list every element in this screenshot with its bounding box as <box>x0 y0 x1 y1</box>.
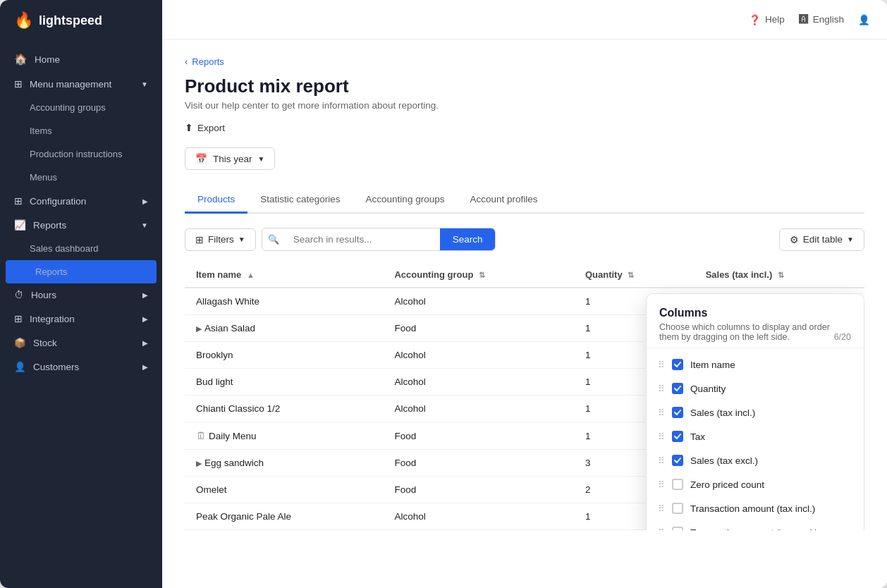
sidebar-item-production-instructions[interactable]: Production instructions <box>0 142 162 166</box>
column-checkbox[interactable] <box>672 407 683 418</box>
column-item[interactable]: ⠿ Transaction amount (tax incl.) <box>647 496 864 520</box>
cell-item-name: ▶Asian Salad <box>185 315 383 342</box>
drag-handle-icon: ⠿ <box>658 503 665 514</box>
filters-chevron-icon: ▼ <box>238 235 245 243</box>
sidebar-item-reports-group[interactable]: 📈 Reports ▼ <box>0 213 162 237</box>
sidebar-item-hours[interactable]: ⏱ Hours ▶ <box>0 283 162 307</box>
tabs: Products Statistic categories Accounting… <box>185 187 864 214</box>
column-checkbox[interactable] <box>672 431 683 442</box>
column-checkbox[interactable] <box>672 503 683 514</box>
col-item-name[interactable]: Item name ▲ <box>185 262 383 288</box>
breadcrumb[interactable]: ‹ Reports <box>185 56 864 67</box>
search-button[interactable]: Search <box>440 228 496 250</box>
sort-icon-acctg: ⇅ <box>479 271 485 279</box>
cell-item-name: Chianti Classico 1/2 <box>185 396 383 422</box>
chevron-right-icon-customers: ▶ <box>142 363 148 371</box>
column-item[interactable]: ⠿ Item name <box>647 353 864 376</box>
search-input[interactable] <box>285 229 440 250</box>
sidebar-item-customers[interactable]: 👤 Customers ▶ <box>0 355 162 379</box>
configuration-icon: ⊞ <box>14 195 23 207</box>
column-label: Tax <box>690 431 705 442</box>
sidebar-item-items[interactable]: Items <box>0 119 162 142</box>
column-label: Transaction amount (tax incl.) <box>690 503 815 514</box>
sidebar-item-reports[interactable]: Reports <box>6 260 157 283</box>
expand-icon: ▶ <box>196 324 202 333</box>
filters-button[interactable]: ⊞ Filters ▼ <box>185 228 256 251</box>
column-item[interactable]: ⠿ Sales (tax excl.) <box>647 448 864 472</box>
user-icon: 👤 <box>858 14 870 25</box>
drag-handle-icon: ⠿ <box>658 384 665 394</box>
sidebar-item-configuration[interactable]: ⊞ Configuration ▶ <box>0 189 162 213</box>
breadcrumb-chevron: ‹ <box>185 56 188 67</box>
language-selector[interactable]: 🅰 English <box>799 14 844 25</box>
edit-table-chevron-icon: ▼ <box>847 235 854 243</box>
edit-table-wrap: ⚙ Edit table ▼ <box>779 228 864 251</box>
page-title: Product mix report <box>185 75 864 97</box>
sidebar-item-menus[interactable]: Menus <box>0 166 162 189</box>
column-label: Sales (tax excl.) <box>690 455 758 466</box>
content-inner: ‹ Reports Product mix report Visit our h… <box>162 39 887 588</box>
columns-dropdown: Columns Choose which columns to display … <box>646 293 864 530</box>
language-icon: 🅰 <box>799 14 809 25</box>
drag-handle-icon: ⠿ <box>658 360 665 370</box>
home-icon: 🏠 <box>14 53 27 66</box>
table-header: Item name ▲ Accounting group ⇅ Quantity … <box>185 262 864 288</box>
expand-icon: ▶ <box>196 459 202 467</box>
column-label: Transaction amount (tax excl.) <box>690 527 818 531</box>
edit-table-button[interactable]: ⚙ Edit table ▼ <box>779 228 864 251</box>
cell-accounting-group: Alcohol <box>383 396 573 422</box>
date-filter-button[interactable]: 📅 This year ▼ <box>185 147 275 170</box>
column-checkbox[interactable] <box>672 359 683 370</box>
logo[interactable]: 🔥 lightspeed <box>0 0 162 41</box>
cell-item-name: Bud light <box>185 369 383 396</box>
col-quantity[interactable]: Quantity ⇅ <box>574 262 695 288</box>
table-container: Item name ▲ Accounting group ⇅ Quantity … <box>185 262 864 530</box>
sidebar-item-integration[interactable]: ⊞ Integration ▶ <box>0 307 162 331</box>
column-checkbox[interactable] <box>672 527 683 530</box>
cell-accounting-group: Food <box>383 422 573 450</box>
sidebar-item-stock[interactable]: 📦 Stock ▶ <box>0 331 162 355</box>
column-item[interactable]: ⠿ Tax <box>647 424 864 448</box>
col-sales[interactable]: Sales (tax incl.) ⇅ <box>695 262 864 288</box>
cell-accounting-group: Food <box>383 450 573 477</box>
column-item[interactable]: ⠿ Zero priced count <box>647 472 864 496</box>
drag-handle-icon: ⠿ <box>658 408 665 418</box>
sidebar-item-accounting-groups[interactable]: Accounting groups <box>0 96 162 119</box>
cell-accounting-group: Alcohol <box>383 288 573 315</box>
breadcrumb-label: Reports <box>192 56 224 67</box>
gear-icon: ⚙ <box>790 234 799 245</box>
columns-header: Columns Choose which columns to display … <box>647 294 864 348</box>
logo-icon: 🔥 <box>14 11 33 30</box>
sidebar-item-sales-dashboard[interactable]: Sales dashboard <box>0 237 162 260</box>
user-avatar[interactable]: 👤 <box>858 14 870 25</box>
sidebar-nav: 🏠 Home ⊞ Menu management ▼ Accounting gr… <box>0 41 162 588</box>
column-item[interactable]: ⠿ Quantity <box>647 376 864 400</box>
column-item[interactable]: ⠿ Sales (tax incl.) <box>647 400 864 424</box>
sort-icon-sales: ⇅ <box>778 271 784 279</box>
tab-products[interactable]: Products <box>185 187 247 214</box>
chevron-right-icon-stock: ▶ <box>142 339 148 347</box>
col-accounting-group[interactable]: Accounting group ⇅ <box>383 262 573 288</box>
sort-asc-icon: ▲ <box>247 271 255 279</box>
cell-accounting-group: Alcohol <box>383 503 573 530</box>
drag-handle-icon: ⠿ <box>658 455 665 466</box>
column-checkbox[interactable] <box>672 383 683 394</box>
column-checkbox[interactable] <box>672 479 683 490</box>
sidebar-item-menu-management[interactable]: ⊞ Menu management ▼ <box>0 72 162 96</box>
drag-handle-icon: ⠿ <box>658 479 665 490</box>
toolbar-left: ⊞ Filters ▼ 🔍 Search <box>185 228 496 251</box>
tab-statistic-categories[interactable]: Statistic categories <box>247 187 353 214</box>
cell-item-name: Peak Organic Pale Ale <box>185 503 383 530</box>
drag-handle-icon: ⠿ <box>658 431 665 442</box>
tab-account-profiles[interactable]: Account profiles <box>457 187 550 214</box>
help-button[interactable]: ❓ Help <box>749 14 785 25</box>
reports-icon: 📈 <box>14 219 26 231</box>
export-button[interactable]: ⬆ Export <box>185 122 225 133</box>
column-item[interactable]: ⠿ Transaction amount (tax excl.) <box>647 520 864 530</box>
dropdown-chevron-icon: ▼ <box>258 155 265 163</box>
sidebar-item-home[interactable]: 🏠 Home <box>0 47 162 72</box>
cell-item-name: 🗓Daily Menu <box>185 422 383 450</box>
chevron-right-icon-integration: ▶ <box>142 315 148 323</box>
column-checkbox[interactable] <box>672 455 683 466</box>
tab-accounting-groups[interactable]: Accounting groups <box>353 187 458 214</box>
